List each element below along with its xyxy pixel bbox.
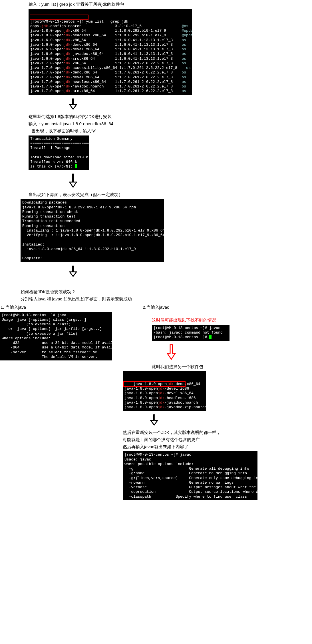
step2-line-c: 当出现，以下界面的时候，输入“y” (31, 128, 312, 134)
step4-line-a: 如何检验JDK是否安装成功？ (21, 289, 312, 295)
terminal-java-usage: [root@VM-0-13-centos ~]# java Usage: jav… (0, 312, 112, 361)
step6-line-b: 可能就是上面的那个没有这个包含的更广 (123, 437, 308, 442)
highlight-box-jdk18 (30, 15, 88, 20)
step6-line-c: 然后再输入javac就出来如下内容了 (123, 444, 308, 450)
terminal-install-complete: Downloading packages: java-1.8.0-openjdk… (21, 199, 164, 262)
terminal-package-list: java-1.8.0-openjdk-demo.x86_64 java-1.8.… (123, 371, 206, 411)
terminal-transaction-summary: Transaction Summary ====================… (29, 135, 89, 170)
down-arrow-icon (148, 414, 160, 426)
step6-line-a: 然后在重新安装一个JDK，其实版本说明的都一样， (123, 430, 308, 435)
step4-right-label: 2.当输入javac (143, 305, 308, 310)
down-arrow-icon (67, 98, 79, 111)
down-arrow-icon-red (166, 344, 177, 361)
step2-line-a: 这里我们选择1.8版本的64位的JDK进行安装 (29, 114, 312, 119)
highlight-box-devel (123, 381, 186, 387)
step2-line-b: 输入：yum install java-1.8.0-openjdk.x86_64… (29, 121, 312, 127)
step3-line: 当出现如下界面，表示安装完成（但不一定成功） (29, 192, 312, 198)
step5-line: 此时我们选择另一个软件包 (152, 364, 308, 370)
step4-right-red: 这时候可能出现以下找不到的情况 (152, 318, 308, 323)
terminal-yum-list: [root@VM-0-13-centos ~]# yum list | grep… (29, 9, 192, 95)
step4-line-b: 分别输入java 和 javac 如果出现如下界面，则表示安装成功 (21, 296, 312, 302)
down-arrow-icon (67, 174, 79, 189)
step1-intro: 输入：yum list | grep jdk 查看关于所有jdk的软件包 (29, 2, 312, 7)
terminal-javac-usage: [root@VM-0-13-centos ~]# javac Usage: ja… (123, 451, 257, 500)
step4-left-label: 1. 当输入java (1, 305, 143, 310)
terminal-javac-notfound: [root@VM-0-13-centos ~]# javac -bash: ja… (152, 325, 230, 341)
down-arrow-icon (67, 266, 79, 278)
